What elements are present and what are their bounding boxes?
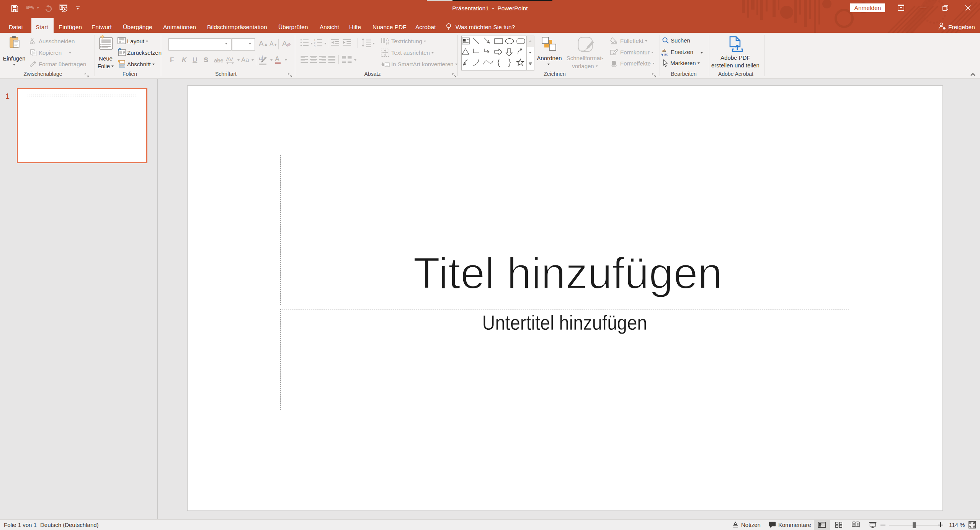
- svg-text:ac: ac: [664, 52, 668, 56]
- svg-text:2: 2: [314, 42, 315, 44]
- svg-text:1: 1: [314, 39, 315, 41]
- svg-text:A: A: [386, 37, 389, 43]
- svg-text:3: 3: [314, 45, 315, 47]
- svg-text:ab: ab: [662, 49, 666, 52]
